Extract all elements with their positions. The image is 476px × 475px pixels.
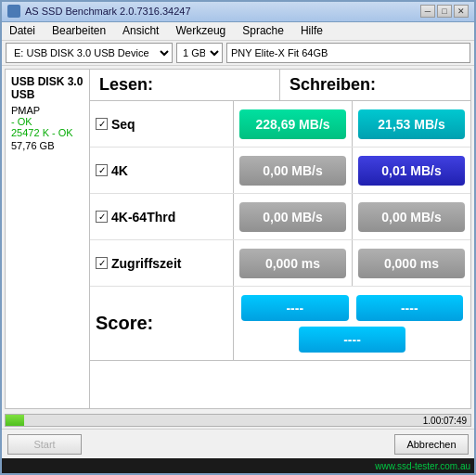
seq-read-cell: 228,69 MB/s — [234, 101, 353, 147]
title-bar: AS SSD Benchmark 2.0.7316.34247 ─ □ ✕ — [2, 2, 474, 22]
menu-werkzeug[interactable]: Werkzeug — [172, 23, 229, 38]
write-header: Schreiben: — [280, 70, 470, 100]
access-write-value: 0,000 ms — [358, 249, 465, 278]
watermark: www.ssd-tester.com.au — [2, 458, 474, 473]
maximize-button[interactable]: □ — [437, 5, 452, 18]
bottom-bar: Start Abbrechen — [2, 429, 474, 458]
left-panel: USB DISK 3.0 USB PMAP - OK 25472 K - OK … — [6, 70, 90, 408]
minimize-button[interactable]: ─ — [420, 5, 435, 18]
seq-read-value: 228,69 MB/s — [239, 109, 346, 139]
menu-hilfe[interactable]: Hilfe — [297, 23, 327, 38]
right-panel: Lesen: Schreiben: ✓ Seq 228,69 MB/s 21,5… — [90, 70, 470, 408]
drive-select[interactable]: E: USB DISK 3.0 USB Device — [6, 43, 173, 63]
4k64-cells: 0,00 MB/s 0,00 MB/s — [234, 194, 470, 239]
pmap-label: PMAP — [11, 105, 84, 116]
seq-row: ✓ Seq 228,69 MB/s 21,53 MB/s — [90, 101, 470, 148]
menu-sprache[interactable]: Sprache — [238, 23, 288, 38]
disk-size: 57,76 GB — [11, 140, 84, 151]
seq-checkbox[interactable]: ✓ — [96, 118, 108, 130]
score-top-row: ---- ---- — [234, 295, 470, 321]
4k64-read-cell: 0,00 MB/s — [234, 194, 353, 239]
size-select[interactable]: 1 GB — [176, 43, 223, 63]
access-row: ✓ Zugriffszeit 0,000 ms 0,000 ms — [90, 240, 470, 287]
disk-title: USB DISK 3.0 USB — [11, 75, 84, 101]
4k-write-cell: 0,01 MB/s — [353, 148, 470, 193]
4k-write-value: 0,01 MB/s — [358, 156, 465, 186]
status-ok2: 25472 K - OK — [11, 127, 84, 138]
score-read-box: ---- — [241, 295, 349, 321]
seq-write-value: 21,53 MB/s — [358, 109, 465, 139]
score-cells: ---- ---- ---- — [234, 287, 470, 360]
4k64-row: ✓ 4K-64Thrd 0,00 MB/s 0,00 MB/s — [90, 194, 470, 240]
start-button[interactable]: Start — [7, 434, 82, 455]
window-title: AS SSD Benchmark 2.0.7316.34247 — [25, 6, 420, 17]
score-row: Score: ---- ---- ---- — [90, 287, 470, 361]
access-checkbox[interactable]: ✓ — [96, 257, 108, 269]
close-button[interactable]: ✕ — [454, 5, 469, 18]
app-icon — [7, 5, 20, 18]
4k-read-cell: 0,00 MB/s — [234, 148, 353, 193]
menu-ansicht[interactable]: Ansicht — [119, 23, 162, 38]
score-label: Score: — [96, 313, 153, 334]
progress-section: 1.00:07:49 — [5, 414, 471, 427]
4k-name: 4K — [111, 163, 128, 178]
access-read-cell: 0,000 ms — [234, 240, 353, 286]
access-cells: 0,000 ms 0,000 ms — [234, 240, 470, 286]
status-ok1: - OK — [11, 116, 84, 127]
score-label-cell: Score: — [90, 287, 234, 360]
read-header: Lesen: — [90, 70, 280, 100]
menu-bearbeiten[interactable]: Bearbeiten — [48, 23, 109, 38]
access-read-value: 0,000 ms — [239, 249, 346, 278]
access-write-cell: 0,000 ms — [353, 240, 470, 286]
4k64-write-cell: 0,00 MB/s — [353, 194, 470, 239]
seq-label-cell: ✓ Seq — [90, 101, 234, 147]
score-write-box: ---- — [356, 295, 464, 321]
menu-bar: Datei Bearbeiten Ansicht Werkzeug Sprach… — [2, 22, 474, 41]
4k64-read-value: 0,00 MB/s — [239, 202, 346, 232]
access-name: Zugriffszeit — [111, 256, 181, 271]
seq-cells: 228,69 MB/s 21,53 MB/s — [234, 101, 470, 147]
4k64-checkbox[interactable]: ✓ — [96, 211, 108, 223]
progress-bar — [6, 415, 24, 426]
4k-checkbox[interactable]: ✓ — [96, 164, 108, 176]
seq-name: Seq — [111, 117, 135, 132]
drive-name-display: PNY Elite-X Fit 64GB — [226, 43, 470, 63]
cancel-button[interactable]: Abbrechen — [394, 434, 469, 455]
4k64-name: 4K-64Thrd — [111, 210, 175, 225]
main-content: USB DISK 3.0 USB PMAP - OK 25472 K - OK … — [5, 69, 471, 409]
4k-read-value: 0,00 MB/s — [239, 156, 346, 186]
menu-datei[interactable]: Datei — [6, 23, 39, 38]
4k-cells: 0,00 MB/s 0,01 MB/s — [234, 148, 470, 193]
bench-header: Lesen: Schreiben: — [90, 70, 470, 101]
seq-write-cell: 21,53 MB/s — [353, 101, 470, 147]
4k-row: ✓ 4K 0,00 MB/s 0,01 MB/s — [90, 148, 470, 194]
access-label-cell: ✓ Zugriffszeit — [90, 240, 234, 286]
toolbar: E: USB DISK 3.0 USB Device 1 GB PNY Elit… — [2, 41, 474, 67]
watermark-text: www.ssd-tester.com.au — [375, 461, 470, 471]
4k-label-cell: ✓ 4K — [90, 148, 234, 193]
progress-time: 1.00:07:49 — [423, 415, 467, 428]
4k64-label-cell: ✓ 4K-64Thrd — [90, 194, 234, 239]
window-controls: ─ □ ✕ — [420, 5, 469, 18]
4k64-write-value: 0,00 MB/s — [358, 202, 465, 232]
score-total-box: ---- — [299, 327, 405, 353]
